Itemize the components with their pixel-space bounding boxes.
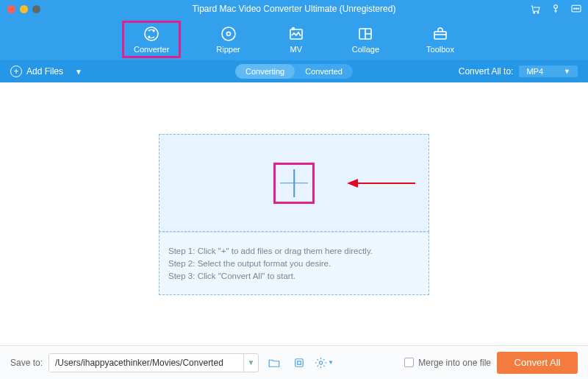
nav-tab-label: MV (290, 45, 302, 54)
instruction-steps: Step 1: Click "+" to add files or drag t… (159, 232, 429, 295)
gpu-toggle-button[interactable] (290, 353, 309, 372)
merge-label: Merge into one file (418, 358, 491, 368)
svg-point-7 (576, 8, 576, 9)
add-files-label: Add Files (26, 66, 63, 77)
open-folder-button[interactable] (265, 353, 284, 372)
svg-point-23 (319, 361, 322, 364)
step-text: Step 1: Click "+" to add files or drag t… (168, 247, 420, 255)
add-files-button[interactable]: + Add Files ▼ (10, 65, 82, 77)
convert-all-to: Convert All to: MP4 ▼ (459, 65, 578, 77)
convert-all-button[interactable]: Convert All (497, 352, 578, 374)
plus-icon: + (10, 65, 22, 77)
convert-all-to-label: Convert All to: (459, 66, 514, 77)
svg-point-6 (574, 8, 575, 9)
nav-tab-label: Ripper (216, 45, 240, 54)
nav-tab-toolbox[interactable]: Toolbox (422, 22, 459, 57)
title-right-icons (529, 3, 582, 15)
nav-tab-converter[interactable]: Converter (129, 22, 173, 57)
svg-rect-17 (434, 32, 446, 39)
svg-point-11 (226, 32, 230, 35)
nav-tab-collage[interactable]: Collage (348, 22, 384, 57)
titlebar: Tipard Mac Video Converter Ultimate (Unr… (0, 0, 588, 18)
svg-marker-20 (347, 179, 358, 188)
step-text: Step 3: Click "Convert All" to start. (168, 272, 420, 280)
merge-checkbox[interactable]: Merge into one file (404, 358, 491, 368)
svg-rect-21 (295, 358, 304, 366)
svg-point-2 (554, 5, 558, 9)
content-area: Step 1: Click "+" to add files or drag t… (0, 82, 588, 338)
main-nav: Converter Ripper MV Collage Toolbox (0, 18, 588, 60)
key-icon[interactable] (550, 3, 562, 15)
toolbar: + Add Files ▼ Converting Converted Conve… (0, 60, 588, 82)
dropzone-container: Step 1: Click "+" to add files or drag t… (159, 134, 429, 338)
save-path-dropdown[interactable]: ▼ (243, 354, 258, 372)
svg-point-10 (222, 27, 235, 40)
save-to-label: Save to: (10, 358, 43, 368)
chevron-down-icon: ▼ (564, 68, 570, 75)
feedback-icon[interactable] (570, 3, 582, 15)
svg-point-8 (578, 8, 578, 9)
tab-converting[interactable]: Converting (235, 64, 295, 79)
svg-point-13 (292, 27, 294, 29)
nav-tab-label: Collage (352, 45, 379, 54)
save-path-field: ▼ (49, 353, 259, 372)
selected-format: MP4 (526, 67, 543, 76)
footer-bar: Save to: ▼ ▼ Merge into one file Convert… (0, 345, 588, 379)
save-path-input[interactable] (49, 354, 243, 372)
nav-tab-mv[interactable]: MV (283, 22, 309, 57)
arrow-annotation (345, 176, 418, 191)
status-tabs: Converting Converted (235, 64, 353, 79)
nav-tab-ripper[interactable]: Ripper (212, 22, 244, 57)
tab-converted[interactable]: Converted (295, 64, 353, 79)
settings-button[interactable]: ▼ (315, 353, 334, 372)
svg-rect-22 (298, 361, 301, 364)
chevron-down-icon[interactable]: ▼ (75, 68, 82, 76)
svg-point-0 (534, 12, 535, 13)
svg-point-1 (537, 12, 539, 13)
output-format-select[interactable]: MP4 ▼ (519, 65, 578, 77)
nav-tab-label: Converter (134, 45, 169, 54)
chevron-down-icon: ▼ (328, 359, 334, 366)
window-title: Tipard Mac Video Converter Ultimate (Unr… (0, 4, 588, 14)
file-dropzone[interactable] (159, 134, 429, 232)
cart-icon[interactable] (529, 3, 541, 15)
nav-tab-label: Toolbox (426, 45, 454, 54)
add-file-plus-button[interactable] (280, 169, 308, 197)
checkbox-icon[interactable] (404, 358, 414, 367)
step-text: Step 2: Select the output format you des… (168, 259, 420, 268)
